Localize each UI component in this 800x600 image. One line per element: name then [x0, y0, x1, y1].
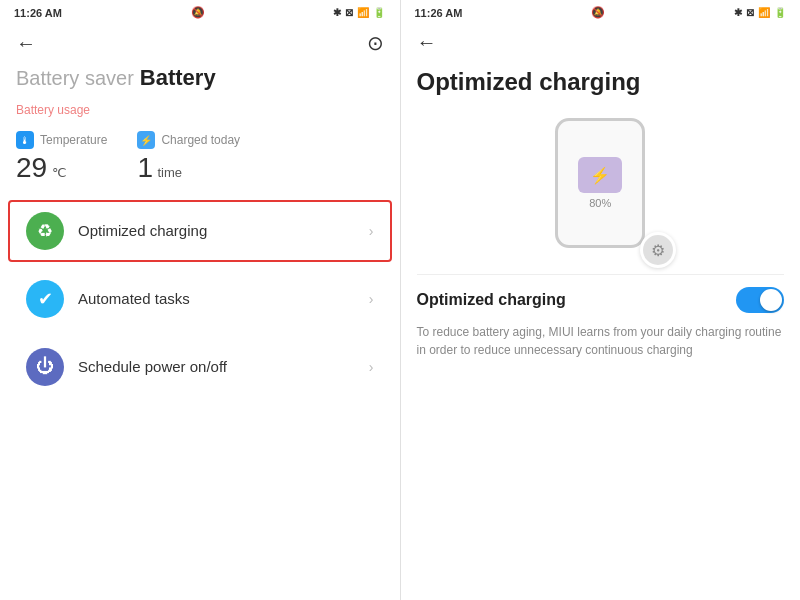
bluetooth-icon: ✱ [333, 7, 341, 18]
battery-percentage: 80% [589, 197, 611, 209]
toggle-label: Optimized charging [417, 291, 566, 309]
sim-icon-right: ⊠ [746, 7, 754, 18]
temp-unit: ℃ [52, 165, 67, 180]
temp-value: 29 [16, 152, 47, 183]
title-battery-saver: Battery saver [16, 67, 134, 90]
automated-tasks-label: Automated tasks [78, 290, 369, 307]
charge-icon: ⚡ [137, 131, 155, 149]
battery-bolt-icon: ⚡ [590, 166, 610, 185]
battery-icon-right: 🔋 [774, 7, 786, 18]
right-panel-title: Optimized charging [401, 60, 801, 108]
panel-title-left: Battery saver Battery [0, 61, 400, 99]
phone-outline: ⚡ 80% [555, 118, 645, 248]
stat-temp-header: 🌡 Temperature [16, 131, 107, 149]
plug-circle-icon: ⚙ [640, 232, 676, 268]
status-icons-right: ✱ ⊠ 📶 🔋 [734, 7, 786, 18]
status-silent-icon: 🔕 [191, 6, 205, 19]
bluetooth-icon-right: ✱ [734, 7, 742, 18]
back-button-right[interactable]: ← [417, 31, 437, 54]
stat-charge-header: ⚡ Charged today [137, 131, 240, 149]
optimized-charging-icon: ♻ [26, 212, 64, 250]
optimized-charging-description: To reduce battery aging, MIUI learns fro… [401, 321, 801, 369]
chevron-automated: › [369, 291, 374, 307]
battery-icon: 🔋 [373, 7, 385, 18]
temp-value-row: 29 ℃ [16, 151, 107, 185]
charge-unit: time [157, 165, 182, 180]
chevron-schedule: › [369, 359, 374, 375]
phone-illustration-container: ⚡ 80% ⚙ [401, 108, 801, 274]
settings-icon-left[interactable]: ⊙ [367, 31, 384, 55]
battery-box-illustration: ⚡ [578, 157, 622, 193]
status-icons-left: ✱ ⊠ 📶 🔋 [333, 7, 385, 18]
automated-tasks-icon: ✔ [26, 280, 64, 318]
charge-value-row: 1 time [137, 151, 240, 185]
back-button-left[interactable]: ← [16, 32, 36, 55]
phone-illustration: ⚡ 80% ⚙ [540, 118, 660, 258]
status-time-right: 11:26 AM [415, 7, 463, 19]
menu-item-automated-tasks[interactable]: ✔ Automated tasks › [8, 268, 392, 330]
menu-item-schedule-power[interactable]: ⏻ Schedule power on/off › [8, 336, 392, 398]
temp-label: Temperature [40, 133, 107, 147]
menu-item-optimized-charging[interactable]: ♻ Optimized charging › [8, 200, 392, 262]
stat-temperature: 🌡 Temperature 29 ℃ [16, 131, 107, 185]
status-bar-left: 11:26 AM 🔕 ✱ ⊠ 📶 🔋 [0, 0, 400, 23]
right-panel: 11:26 AM 🔕 ✱ ⊠ 📶 🔋 ← Optimized charging … [401, 0, 801, 600]
schedule-power-icon: ⏻ [26, 348, 64, 386]
toggle-knob [760, 289, 782, 311]
left-panel: 11:26 AM 🔕 ✱ ⊠ 📶 🔋 ← ⊙ Battery saver Bat… [0, 0, 401, 600]
charge-value: 1 [137, 152, 153, 183]
temp-icon: 🌡 [16, 131, 34, 149]
title-battery: Battery [140, 65, 216, 91]
optimized-charging-toggle[interactable] [736, 287, 784, 313]
top-nav-right: ← [401, 23, 801, 60]
status-bar-right: 11:26 AM 🔕 ✱ ⊠ 📶 🔋 [401, 0, 801, 23]
charge-label: Charged today [161, 133, 240, 147]
stat-charged-today: ⚡ Charged today 1 time [137, 131, 240, 185]
wifi-icon-right: 📶 [758, 7, 770, 18]
stats-row: 🌡 Temperature 29 ℃ ⚡ Charged today 1 tim… [0, 125, 400, 197]
section-battery-usage: Battery usage [0, 99, 400, 125]
status-time-left: 11:26 AM [14, 7, 62, 19]
top-nav-left: ← ⊙ [0, 23, 400, 61]
status-silent-right: 🔕 [591, 6, 605, 19]
sim-icon: ⊠ [345, 7, 353, 18]
optimized-charging-toggle-row: Optimized charging [401, 275, 801, 321]
wifi-icon: 📶 [357, 7, 369, 18]
optimized-charging-label: Optimized charging [78, 222, 369, 239]
schedule-power-label: Schedule power on/off [78, 358, 369, 375]
chevron-optimized: › [369, 223, 374, 239]
